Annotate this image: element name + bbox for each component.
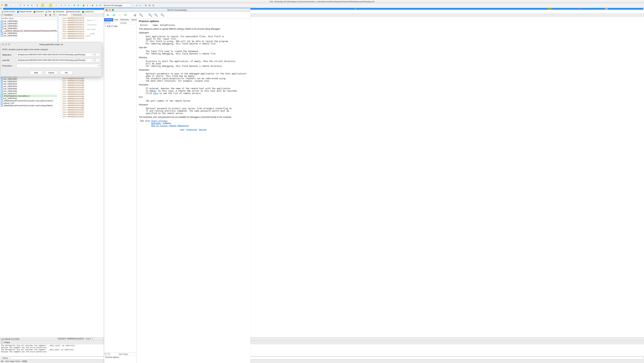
back-icon[interactable]: ← — [10, 4, 13, 7]
tool-icon[interactable]: ⟳ — [99, 4, 102, 7]
pause-icon[interactable]: ⏸ — [95, 4, 98, 7]
pane-close-icon[interactable]: ✕ — [53, 13, 56, 16]
tool-icon[interactable]: ✚ — [73, 4, 76, 7]
column-header[interactable]: Function name — [0, 17, 57, 20]
tool-icon[interactable]: ✦ — [26, 4, 30, 7]
tool-icon[interactable]: ⇥ — [135, 4, 138, 7]
tool-icon[interactable]: ↕ — [45, 4, 48, 7]
zoom-out-icon[interactable]: 🔍− — [154, 13, 159, 17]
help-tab-index[interactable]: Index — [113, 18, 120, 21]
highlight-icon[interactable]: A — [49, 3, 52, 7]
function-row[interactable]: fsub_1005F937C — [0, 92, 57, 95]
debugger-select[interactable]: Remote iOS debugger — [102, 3, 133, 7]
pane-btn-icon[interactable]: ◉ — [48, 13, 52, 16]
nav-back-icon[interactable]: ⬅ — [106, 13, 110, 17]
start-process-link[interactable]: Start process — [151, 120, 168, 122]
tool-icon[interactable]: ⬇ — [36, 4, 39, 7]
debugger-link[interactable]: Debugger — [151, 122, 161, 124]
function-row[interactable]: fsub_1005F901C — [0, 80, 57, 83]
tool-icon[interactable]: ✦ — [68, 4, 71, 7]
tool-icon[interactable]: ⊞ — [148, 4, 151, 7]
run-icon[interactable]: ▶ — [91, 4, 94, 7]
open-page-item[interactable]: Process options — [104, 356, 136, 359]
tool-icon[interactable]: ⇤ — [139, 4, 142, 7]
function-row[interactable]: fsub_1005F8DBC — [0, 22, 57, 25]
help-button[interactable]: Help — [30, 71, 42, 74]
help-content[interactable]: Process options Action name: SetupProces… — [136, 18, 250, 363]
circle-icon[interactable]: ● — [54, 4, 58, 7]
zoom-reset-icon[interactable]: 🔍 — [160, 13, 164, 17]
here-link[interactable]: here — [153, 92, 158, 94]
prev-link[interactable]: Previous topic — [186, 129, 197, 130]
circle-icon[interactable]: o — [108, 353, 110, 355]
tool-icon[interactable]: ✦ — [30, 4, 34, 7]
function-row[interactable]: fsub_1005F8DA0 — [0, 20, 57, 22]
function-row[interactable]: f___protocol_witness_for_GenericConnecti… — [0, 30, 57, 32]
circle-icon[interactable]: o — [108, 22, 110, 24]
tab-close-icon[interactable]: × — [69, 13, 70, 17]
index-link[interactable]: Index — [180, 129, 184, 130]
nav-fwd-icon[interactable]: ➡ — [112, 13, 116, 17]
fwd-icon[interactable]: → — [14, 4, 17, 7]
save-icon[interactable]: 💾 — [4, 4, 8, 7]
tool-icon[interactable]: ✦ — [60, 4, 63, 7]
function-row[interactable]: fsub_1005F900C — [0, 78, 57, 80]
function-row[interactable]: fsub_1005F9024 — [0, 83, 57, 85]
home-icon[interactable]: ⌂ — [117, 13, 122, 17]
open-icon[interactable]: 📂 — [1, 4, 4, 7]
close-icon[interactable]: × — [104, 22, 107, 24]
stop-icon[interactable]: ◼ — [82, 4, 85, 7]
output-text[interactable]: The decompiler did not consider the segm… — [0, 344, 644, 356]
traffic-close-icon[interactable] — [106, 9, 108, 11]
traffic-zoom-icon[interactable] — [8, 43, 10, 45]
function-row[interactable]: fsub_1005F8DE4 — [0, 25, 57, 27]
function-row[interactable]: fnullsub_1187 — [0, 102, 57, 104]
highlight-icon[interactable]: A — [41, 3, 44, 7]
traffic-close-icon[interactable] — [2, 43, 4, 45]
tool-icon[interactable]: ⊞ — [152, 4, 155, 7]
tool-icon[interactable]: ✚ — [77, 4, 80, 7]
ok-button[interactable]: OK — [60, 71, 72, 74]
function-row[interactable]: f-[ChartDataEntry description]_3 — [0, 95, 57, 97]
pane-btn-icon[interactable]: ◐ — [44, 13, 48, 16]
traffic-min-icon[interactable] — [5, 43, 7, 45]
pane-icon — [1, 341, 3, 343]
traffic-zoom-icon[interactable] — [112, 9, 114, 11]
zoom-in-icon[interactable]: 🔍+ — [148, 13, 153, 17]
close-icon[interactable]: × — [104, 353, 107, 355]
function-row[interactable]: fsub_1005F8E54 — [0, 32, 57, 34]
help-tab-bookmarks[interactable]: Bookmarks — [120, 18, 130, 21]
browse-button[interactable]: … — [96, 58, 100, 62]
parameters-input[interactable] — [16, 64, 100, 68]
tool-icon[interactable]: ✦ — [23, 4, 26, 7]
tab-ida-view[interactable]: IDA View-A× — [57, 13, 71, 16]
function-row[interactable]: f-[WAMultiSendPreviewViewController canL… — [0, 99, 57, 102]
function-row[interactable]: fsub_1005F9260 — [0, 90, 57, 92]
tab-pseudocode[interactable]: Pseudocod — [71, 13, 85, 16]
print-icon[interactable]: 🖨 — [133, 13, 137, 17]
help-tab-contents[interactable]: Contents — [104, 18, 113, 21]
nav-band[interactable]: ▶ — [0, 7, 644, 10]
remote-debug-link[interactable]: How to launch remote debugging — [151, 124, 189, 127]
function-row[interactable]: fsub_1005F9040 — [0, 87, 57, 90]
inputfile-input[interactable]: dle/Application/2BE964D4-8DF0-4858-A06D-… — [16, 58, 94, 62]
function-row[interactable]: fsub_1005F9430 — [0, 97, 57, 99]
help-tree[interactable]: IDA 8.2 Help — [104, 24, 136, 353]
function-row[interactable]: f-[WAMultiSendPreviewViewController star… — [0, 104, 57, 107]
traffic-min-icon[interactable] — [109, 9, 111, 11]
browse-button[interactable]: … — [96, 53, 100, 57]
close-icon[interactable]: ✕ — [86, 4, 89, 7]
next-link[interactable]: Next topic — [199, 129, 206, 130]
cancel-button[interactable]: Cancel — [45, 71, 57, 74]
find-icon[interactable]: 🔍 — [139, 13, 143, 17]
tool-icon[interactable]: ⊞ — [144, 4, 147, 7]
application-input[interactable]: dle/Application/2BE964D4-8DF0-4858-A06D-… — [16, 53, 94, 57]
tool-icon[interactable]: ✦ — [64, 4, 67, 7]
function-row[interactable]: fsub_1005F8E0C — [0, 27, 57, 30]
tool-icon[interactable]: ✦ — [19, 4, 22, 7]
sync-icon[interactable]: ↻ — [123, 13, 128, 17]
expand-icon[interactable] — [105, 25, 107, 27]
function-row[interactable]: fsub_1005F8E60 — [0, 34, 57, 37]
python-button[interactable]: Python — [1, 357, 10, 360]
function-row[interactable]: fsub_1005F9034 — [0, 85, 57, 87]
